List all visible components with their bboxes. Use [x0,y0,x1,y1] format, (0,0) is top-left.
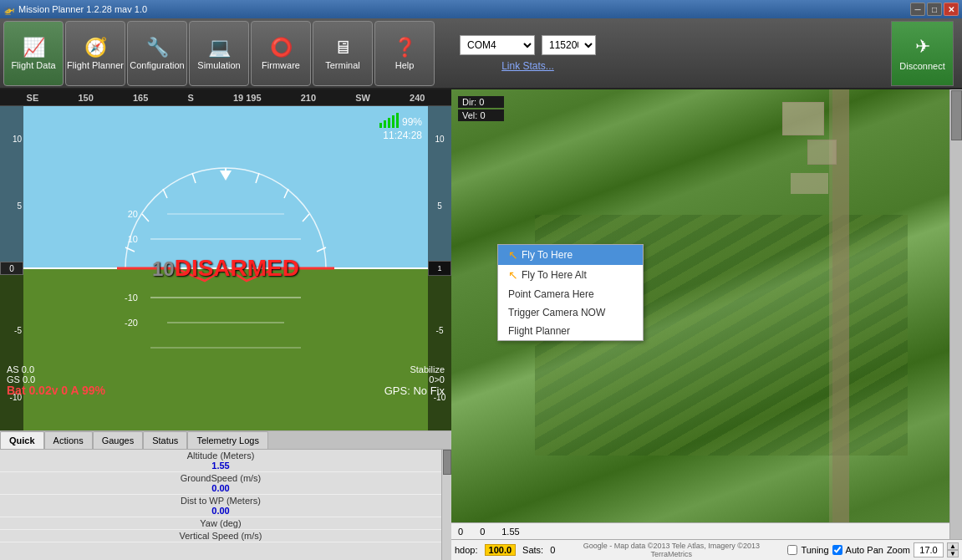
sig-bar-4 [392,115,394,128]
coord-bar: 0 0 1.55 [451,522,949,539]
data-row-vspeed: Vertical Speed (m/s) [0,530,441,542]
flight-data-icon: 📈 [23,37,45,59]
title-bar-controls: ─ □ ✕ [910,3,959,16]
hud-time: 11:24:28 [379,130,422,141]
toolbar: 📈 Flight Data 🧭 Flight Planner 🔧 Configu… [0,18,962,89]
autopan-label: Auto Pan [846,545,883,555]
nav-button-simulation[interactable]: 💻 Simulation [189,21,249,86]
nav-button-flight-data[interactable]: 📈 Flight Data [3,21,64,86]
alt-scale-5: 5 [0,201,23,211]
context-menu-item-point-camera[interactable]: Point Camera Here [498,285,643,303]
connection-controls: COM4 115200 [460,35,596,55]
flight-mode: Stabilize 0>0 [410,364,445,384]
link-stats-link[interactable]: Link Stats... [501,60,554,72]
dir-label: Dir: [462,97,479,107]
hdop-label: hdop: [455,545,478,555]
disconnect-icon: ✈ [915,36,930,58]
tab-telemetry-logs[interactable]: Telemetry Logs [187,431,268,449]
compass-150: 150 [78,93,93,103]
nav-button-flight-planner[interactable]: 🧭 Flight Planner [65,21,125,86]
stabilize-label: Stabilize [410,364,445,374]
nav-label-help: Help [395,60,415,70]
map-panel[interactable]: Dir: 0 Vel: 0 ↖ Fly To Here ↖ Fly To Her… [451,89,962,560]
terminal-icon: 🖥 [333,37,352,59]
title-bar: 🚁 Mission Planner 1.2.28 mav 1.0 ─ □ ✕ [0,0,962,18]
svg-text:-10: -10 [125,293,138,303]
dist-wp-value: 0.00 [0,506,441,516]
context-menu-item-fly-to-here-alt[interactable]: ↖ Fly To Here Alt [498,265,643,285]
svg-line-13 [163,189,167,198]
mode-value: 0>0 [410,374,445,384]
gps-status: GPS: No Fix [384,384,445,397]
hud-display: 10 -10 20 -20 [0,106,451,430]
context-menu-item-fly-to-here[interactable]: ↖ Fly To Here [498,245,643,265]
minimize-button[interactable]: ─ [910,3,925,16]
zoom-up-button[interactable]: ▲ [947,542,959,550]
map-bottom-bar: hdop: 100.0 Sats: 0 Google - Map data ©2… [451,539,962,560]
data-rows: Altitude (Meters) 1.55 GroundSpeed (m/s)… [0,450,441,560]
compass-sw: SW [355,93,370,103]
nav-label-simulation: Simulation [197,60,240,70]
vel-value: 0 [480,110,485,120]
baud-rate-select[interactable]: 115200 [542,35,596,55]
sig-bar-5 [396,113,399,128]
structure-3 [791,173,828,194]
maximize-button[interactable]: □ [927,3,942,16]
coord-alt: 1.55 [501,527,519,537]
hud-top-right: 99% 11:24:28 [379,113,422,141]
tuning-label: Tuning [801,545,828,555]
svg-text:-20: -20 [125,318,138,328]
spd-scale-10: 10 [435,135,444,144]
nav-label-flight-planner: Flight Planner [67,60,124,70]
main-area: SE 150 165 S 19 195 210 SW 240 [0,89,962,560]
context-menu-item-flight-planner[interactable]: Flight Planner [498,322,643,340]
nav-button-terminal[interactable]: 🖥 Terminal [313,21,373,86]
map-controls: Tuning Auto Pan Zoom ▲ ▼ [787,542,959,557]
autopan-checkbox[interactable] [832,545,842,555]
coord-lat: 0 [458,527,463,537]
com-port-select[interactable]: COM4 [460,35,535,55]
cursor-icon-2: ↖ [508,268,518,282]
sig-bar-2 [384,120,386,128]
altitude-value: 1.55 [0,461,441,471]
sats-value: 0 [550,545,555,555]
spd-scale-5: 5 [437,201,442,211]
altitude-label: Altitude (Meters) [0,451,441,461]
sig-bar-1 [379,123,382,128]
nav-button-configuration[interactable]: 🔧 Configuration [127,21,187,86]
dir-display: Dir: 0 [458,96,504,108]
tab-gauges[interactable]: Gauges [93,431,144,449]
compass-240: 240 [410,93,425,103]
tab-status[interactable]: Status [143,431,187,449]
vspeed-label: Vertical Speed (m/s) [0,531,441,541]
tab-actions[interactable]: Actions [44,431,93,449]
data-scrollbar[interactable] [441,450,451,560]
nav-label-firmware: Firmware [262,60,300,70]
map-scrollbar-thumb[interactable] [951,90,962,140]
disconnect-button[interactable]: ✈ Disconnect [891,21,954,86]
hdop-value: 100.0 [485,544,517,556]
zoom-input[interactable] [914,542,944,557]
zoom-down-button[interactable]: ▼ [947,550,959,557]
trigger-camera-label: Trigger Camera NOW [508,307,605,318]
close-button[interactable]: ✕ [944,3,959,16]
zero-indicator-left: 0 [0,262,23,275]
nav-label-configuration: Configuration [130,60,184,70]
toolbar-nav-buttons: 📈 Flight Data 🧭 Flight Planner 🔧 Configu… [0,18,451,88]
data-scrollbar-thumb[interactable] [443,450,451,475]
battery-status: Bat 0.02v 0 A 99% [7,384,105,397]
nav-label-flight-data: Flight Data [11,60,55,70]
tab-quick[interactable]: Quick [0,431,44,449]
context-menu-item-trigger-camera[interactable]: Trigger Camera NOW [498,303,643,322]
tuning-checkbox[interactable] [787,545,797,555]
map-scrollbar[interactable] [949,89,962,539]
fly-to-here-label: Fly To Here [522,249,573,261]
nav-button-help[interactable]: ❓ Help [374,21,435,86]
svg-marker-19 [220,171,232,181]
nav-button-firmware[interactable]: ⭕ Firmware [251,21,311,86]
configuration-icon: 🔧 [146,37,169,59]
compass-210: 210 [301,93,316,103]
svg-line-11 [192,173,196,183]
data-row-dist-wp: Dist to WP (Meters) 0.00 [0,495,441,517]
svg-line-16 [303,214,309,221]
